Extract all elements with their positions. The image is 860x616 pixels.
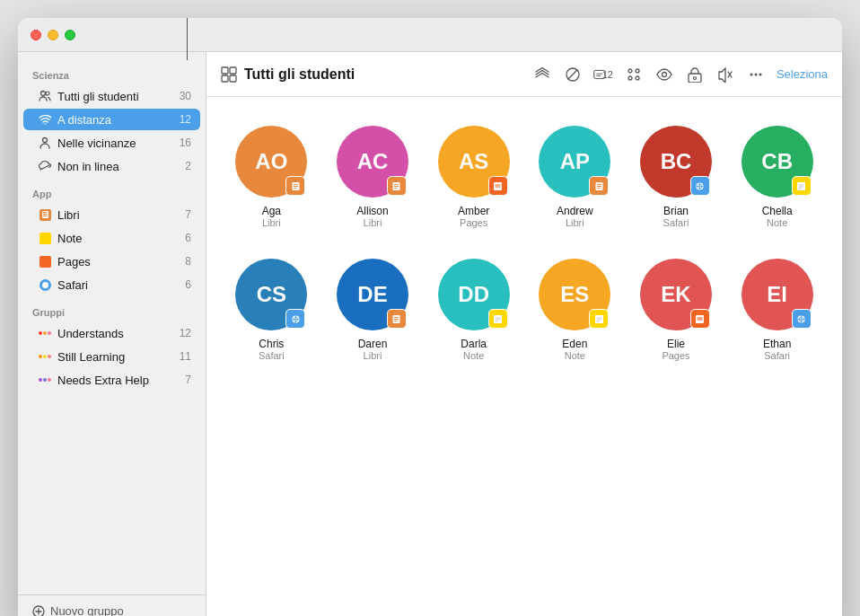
svg-rect-17 [222,67,228,74]
sidebar-item-libri[interactable]: Libri 7 [23,204,200,225]
student-name-cb: Chella [762,205,793,217]
sidebar-count-libri: 7 [185,208,191,221]
lock-icon[interactable] [685,65,705,84]
student-app-cs: Safari [259,350,285,361]
student-app-ek: Pages [662,350,689,361]
student-card-ao[interactable]: AOAgaLibri [224,119,319,244]
content-area: Tutti gli studenti [206,52,842,616]
sidebar-count-tutti: 30 [180,90,191,102]
svg-point-35 [759,73,761,75]
app-badge-bc [690,176,710,196]
new-group-button[interactable]: Nuovo gruppo [32,604,191,616]
student-name-bc: Brian [663,205,689,217]
note-icon [38,231,52,245]
student-app-dd: Note [463,350,484,361]
app-badge-de [387,309,407,329]
sidebar-count-pages: 8 [185,255,191,268]
group-still-learning-icon [38,349,52,364]
svg-point-24 [628,69,632,73]
block-icon[interactable] [563,65,583,84]
eye-icon[interactable] [654,65,674,84]
sidebar-item-a-distanza[interactable]: A distanza 12 [23,109,200,130]
sidebar-item-note[interactable]: Note 6 [23,227,200,249]
student-card-ei[interactable]: EIEthanSafari [730,251,824,377]
avatar-wrapper-ac: AC [337,126,408,198]
sidebar-label-note: Note [57,232,180,245]
sidebar-label-needs-help: Needs Extra Help [57,374,180,387]
sidebar-item-nelle-vicinanze[interactable]: Nelle vicinanze 16 [23,132,200,154]
svg-point-12 [43,378,47,382]
close-button[interactable] [31,30,41,40]
sidebar-item-understands[interactable]: Understands 12 [23,322,200,344]
student-app-ao: Libri [262,217,281,228]
avatar-wrapper-ei: EI [742,259,813,330]
svg-rect-19 [222,75,228,82]
student-card-cs[interactable]: CSChrisSafari [224,251,319,377]
student-name-as: Amber [458,205,489,217]
group-needs-help-icon [38,373,52,387]
student-card-as[interactable]: ASAmberPages [426,119,521,244]
minimize-button[interactable] [48,30,58,40]
app-badge-ac [387,176,407,196]
student-card-bc[interactable]: BCBrianSafari [629,119,724,244]
sidebar-label-offline: Non in linea [57,160,180,173]
sidebar-count-note: 6 [185,232,191,244]
sidebar-item-tutti-studenti[interactable]: Tutti gli studenti 30 [23,85,200,107]
student-card-de[interactable]: DEDarenLibri [326,251,420,377]
svg-line-4 [40,165,49,170]
main-window: Studenti da remoto Scienza [18,18,842,616]
maximize-button[interactable] [65,30,75,40]
svg-point-10 [48,355,51,358]
svg-point-0 [41,92,46,96]
svg-point-28 [662,72,666,76]
safari-icon [38,277,52,292]
sidebar-item-still-learning[interactable]: Still Learning 11 [23,346,200,367]
message-icon[interactable]: 12 [593,65,613,84]
student-card-es[interactable]: ESEdenNote [528,251,622,377]
avatar-wrapper-cb: CB [742,126,813,198]
student-app-ac: Libri [364,217,382,228]
student-card-ap[interactable]: APAndrewLibri [528,119,622,244]
sidebar-count-a-distanza: 12 [180,113,191,126]
tooltip-line [187,18,188,60]
sidebar-section-app: App [18,178,206,203]
student-app-bc: Safari [663,217,689,228]
toolbar: Tutti gli studenti [206,52,842,97]
svg-point-1 [46,92,49,95]
app-badge-cs [285,309,305,329]
app-badge-ek [690,309,710,329]
sidebar-item-non-in-linea[interactable]: Non in linea 2 [23,155,200,177]
mute-icon[interactable] [715,65,735,84]
sidebar-item-needs-help[interactable]: Needs Extra Help 7 [23,369,200,391]
sidebar-item-pages[interactable]: Pages 8 [23,251,200,272]
seleziona-button[interactable]: Seleziona [777,67,828,81]
student-card-dd[interactable]: DDDarlaNote [426,251,521,377]
apps-icon[interactable] [624,65,644,84]
app-badge-dd [488,309,508,329]
avatar-wrapper-cs: CS [235,259,307,330]
sidebar-label-understands: Understands [57,327,174,340]
app-badge-ei [792,309,812,329]
sidebar-footer: Nuovo gruppo [18,594,206,616]
toolbar-title: Tutti gli studenti [244,66,355,83]
students-grid: AOAgaLibriACAllisonLibriASAmberPagesAPAn… [206,97,842,616]
svg-point-33 [750,73,752,75]
student-app-cb: Note [767,217,787,228]
sidebar-section-scienza: Scienza [18,59,206,84]
student-card-ac[interactable]: ACAllisonLibri [326,119,420,244]
avatar-wrapper-es: ES [539,259,610,330]
student-name-ap: Andrew [557,205,593,217]
student-name-cs: Chris [259,338,284,350]
student-card-ek[interactable]: EKEliePages [629,251,724,377]
student-name-dd: Darla [461,338,487,350]
student-card-cb[interactable]: CBChellaNote [730,119,824,244]
sidebar-label-vicinanze: Nelle vicinanze [57,136,174,150]
app-badge-es [589,309,609,329]
wifi-icon [38,112,52,127]
sidebar-count-still-learning: 11 [180,350,191,363]
sidebar-item-safari[interactable]: Safari 6 [23,274,200,295]
more-icon[interactable] [746,65,766,84]
student-name-ac: Allison [356,205,388,217]
layers-icon[interactable] [532,65,552,84]
group-understands-icon [38,326,52,340]
